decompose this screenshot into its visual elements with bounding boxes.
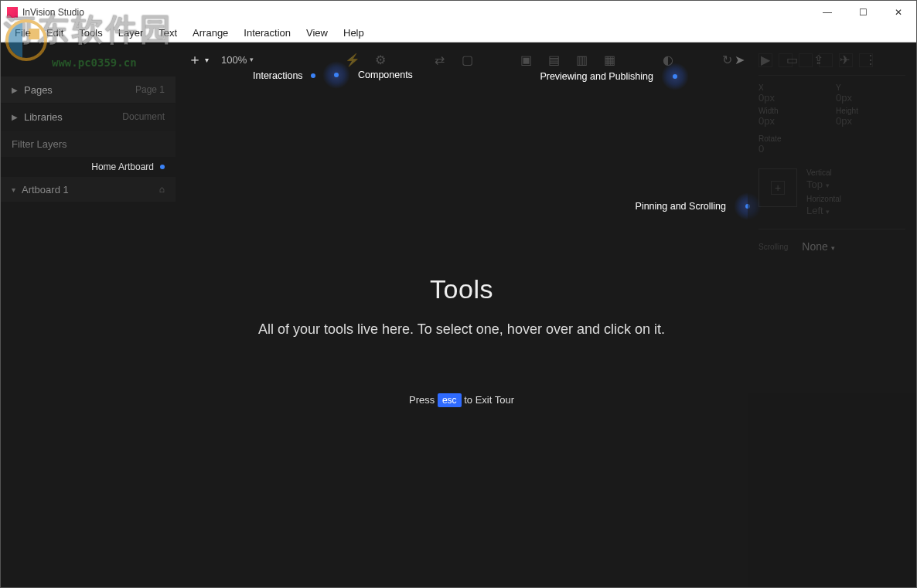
- tour-subtitle: All of your tools live here. To select o…: [176, 321, 748, 338]
- home-artboard-row[interactable]: Home Artboard: [1, 157, 176, 177]
- link-icon[interactable]: ⇄: [433, 53, 445, 66]
- align-tools: [758, 50, 905, 76]
- menubar: File Edit Tools Layer Text Arrange Inter…: [1, 24, 916, 42]
- window-controls: — ☐ ✕: [810, 1, 916, 24]
- refresh-icon[interactable]: ↻: [721, 53, 733, 66]
- zoom-dropdown[interactable]: 100%▾: [221, 54, 254, 66]
- align-top-icon[interactable]: [819, 53, 833, 67]
- height-value[interactable]: 0px: [836, 115, 905, 127]
- glow-icon: [661, 63, 689, 90]
- menu-help[interactable]: Help: [336, 25, 372, 40]
- align-bottom-icon[interactable]: [859, 53, 873, 67]
- app-logo-icon: [7, 7, 18, 18]
- width-label: Width: [758, 107, 828, 115]
- horizontal-value[interactable]: Left ▾: [806, 205, 841, 216]
- tour-hint-interactions: Interactions: [253, 70, 315, 81]
- right-panel: X0px Y0px Width0px Height0px Rotate0 Ver…: [748, 42, 916, 587]
- y-value[interactable]: 0px: [836, 92, 905, 104]
- dot-icon: [311, 73, 315, 78]
- artboard-row[interactable]: ▾Artboard 1 ⌂: [1, 177, 176, 202]
- pin-box-icon[interactable]: [758, 168, 797, 207]
- y-label: Y: [836, 83, 905, 92]
- horizontal-label: Horizontal: [806, 195, 841, 203]
- position-size: X0px Y0px Width0px Height0px: [758, 83, 905, 127]
- home-artboard-label: Home Artboard: [91, 161, 154, 172]
- add-button[interactable]: ＋▾: [188, 50, 209, 69]
- rotate-value[interactable]: 0: [758, 143, 905, 155]
- chevron-right-icon: ▶: [12, 86, 18, 94]
- chevron-right-icon: ▶: [12, 113, 18, 121]
- pages-current: Page 1: [135, 84, 165, 95]
- pages-label: Pages: [24, 84, 53, 96]
- esc-key: esc: [438, 393, 462, 407]
- height-label: Height: [836, 107, 905, 115]
- filter-layers-input[interactable]: [12, 138, 165, 150]
- x-label: X: [758, 83, 828, 92]
- window-title: InVision Studio: [22, 7, 84, 18]
- pin-section: Vertical Top ▾ Horizontal Left ▾: [758, 162, 905, 216]
- tour-exit-hint: Press esc to Exit Tour: [176, 393, 748, 407]
- minimize-button[interactable]: —: [810, 1, 845, 24]
- cursor-icon[interactable]: ➤: [733, 53, 745, 66]
- layers-front-icon[interactable]: ▣: [520, 53, 532, 66]
- glow-icon: [322, 61, 350, 89]
- menu-layer[interactable]: Layer: [111, 25, 152, 40]
- width-value[interactable]: 0px: [758, 115, 828, 127]
- x-value[interactable]: 0px: [758, 92, 828, 104]
- crop-icon[interactable]: ▢: [461, 53, 473, 66]
- menu-arrange[interactable]: Arrange: [185, 25, 236, 40]
- home-icon: ⌂: [159, 184, 165, 195]
- tour-hint-components: Components: [322, 61, 413, 89]
- dot-icon: [160, 165, 165, 169]
- libraries-section[interactable]: ▶Libraries Document: [1, 104, 176, 130]
- tour-overlay: Tools All of your tools live here. To se…: [176, 274, 748, 407]
- tour-title: Tools: [176, 274, 748, 304]
- menu-edit[interactable]: Edit: [39, 25, 71, 40]
- menu-text[interactable]: Text: [151, 25, 185, 40]
- menu-interaction[interactable]: Interaction: [236, 25, 298, 40]
- titlebar: InVision Studio — ☐ ✕: [1, 1, 916, 24]
- scrolling-label: Scrolling: [758, 243, 788, 251]
- scrolling-section: Scrolling None ▾: [758, 229, 905, 253]
- scrolling-value[interactable]: None ▾: [802, 240, 834, 253]
- menu-view[interactable]: View: [298, 25, 336, 40]
- vertical-label: Vertical: [806, 168, 841, 177]
- vertical-value[interactable]: Top ▾: [806, 178, 841, 190]
- canvas-area: ＋▾ 100%▾ ⚡ ⚙ ⇄ ▢ ▣ ▤ ▥ ▦ ◐ ↻: [176, 42, 748, 587]
- libraries-label: Libraries: [24, 111, 63, 123]
- align-left-icon[interactable]: [758, 53, 772, 67]
- align-right-icon[interactable]: [799, 53, 813, 67]
- left-panel: ▶Pages Page 1 ▶Libraries Document Home A…: [1, 42, 176, 587]
- pages-section[interactable]: ▶Pages Page 1: [1, 76, 176, 103]
- maximize-button[interactable]: ☐: [845, 1, 881, 24]
- menu-file[interactable]: File: [7, 25, 39, 40]
- app-window: 河东软件园 www.pc0359.cn InVision Studio — ☐ …: [0, 0, 917, 588]
- align-middle-icon[interactable]: [839, 53, 853, 67]
- libraries-current: Document: [122, 111, 165, 122]
- app-body: ▶Pages Page 1 ▶Libraries Document Home A…: [1, 42, 916, 587]
- rotate-label: Rotate: [758, 134, 905, 143]
- artboard-label: Artboard 1: [22, 184, 69, 195]
- tour-hint-preview: Previewing and Publishing: [540, 63, 689, 90]
- close-button[interactable]: ✕: [881, 1, 916, 24]
- tour-hint-pinning: Pinning and Scrolling: [636, 192, 762, 220]
- align-center-icon[interactable]: [779, 53, 793, 67]
- chevron-down-icon: ▾: [12, 185, 15, 194]
- menu-tools[interactable]: Tools: [71, 25, 110, 40]
- filter-layers-row[interactable]: [1, 131, 176, 157]
